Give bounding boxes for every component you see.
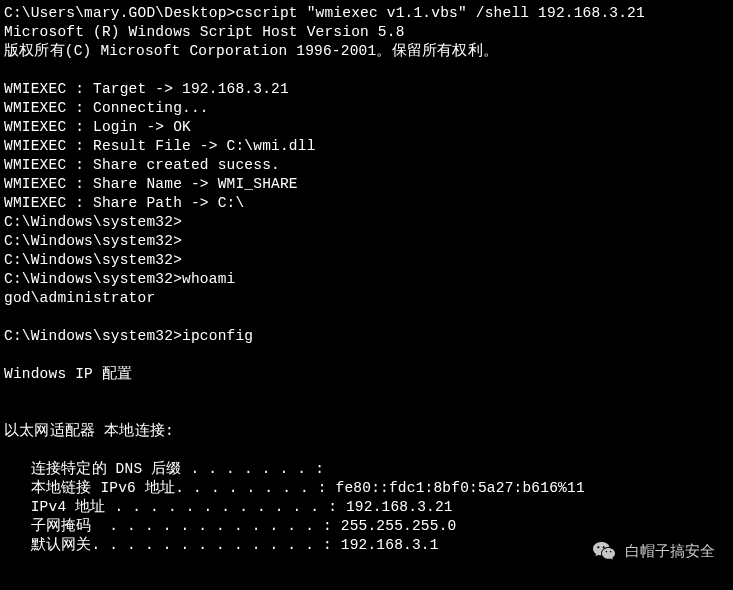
terminal-line: WMIEXEC : Login -> OK [4,119,191,135]
terminal-line: C:\Users\mary.GOD\Desktop>cscript "wmiex… [4,5,645,21]
terminal-line: C:\Windows\system32>ipconfig [4,328,253,344]
terminal-line: Microsoft (R) Windows Script Host Versio… [4,24,405,40]
terminal-line: Windows IP 配置 [4,366,132,382]
terminal-line: C:\Windows\system32>whoami [4,271,235,287]
terminal-line: WMIEXEC : Share Path -> C:\ [4,195,244,211]
terminal-line: IPv4 地址 . . . . . . . . . . . . : 192.16… [4,499,453,515]
terminal-line: 版权所有(C) Microsoft Corporation 1996-2001。… [4,43,498,59]
terminal-output[interactable]: C:\Users\mary.GOD\Desktop>cscript "wmiex… [0,0,733,559]
terminal-line: 默认网关. . . . . . . . . . . . . : 192.168.… [4,537,439,553]
terminal-line: WMIEXEC : Target -> 192.168.3.21 [4,81,289,97]
terminal-line: C:\Windows\system32> [4,252,182,268]
terminal-line: WMIEXEC : Share Name -> WMI_SHARE [4,176,298,192]
terminal-line: WMIEXEC : Connecting... [4,100,209,116]
terminal-line: 以太网适配器 本地连接: [4,423,174,439]
terminal-line: 子网掩码 . . . . . . . . . . . . : 255.255.2… [4,518,456,534]
terminal-line: 连接特定的 DNS 后缀 . . . . . . . : [4,461,324,477]
terminal-line: WMIEXEC : Result File -> C:\wmi.dll [4,138,316,154]
terminal-line: 本地链接 IPv6 地址. . . . . . . . : fe80::fdc1… [4,480,585,496]
terminal-line: WMIEXEC : Share created sucess. [4,157,280,173]
terminal-line: C:\Windows\system32> [4,214,182,230]
terminal-line: C:\Windows\system32> [4,233,182,249]
terminal-line: god\administrator [4,290,155,306]
